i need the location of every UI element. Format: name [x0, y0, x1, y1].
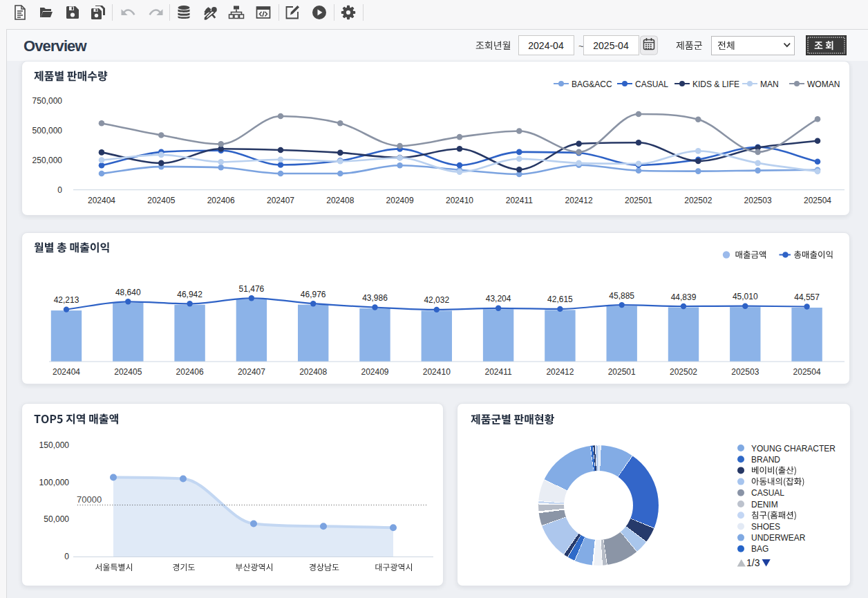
svg-text:202501: 202501	[625, 196, 652, 205]
svg-text:1/3: 1/3	[746, 557, 760, 568]
svg-text:UNDERWEAR: UNDERWEAR	[751, 533, 806, 543]
svg-text:750,000: 750,000	[32, 96, 63, 106]
svg-text:43,204: 43,204	[486, 294, 511, 303]
svg-text:SHOES: SHOES	[751, 522, 780, 532]
svg-text:CASUAL: CASUAL	[751, 488, 784, 498]
svg-text:202404: 202404	[53, 367, 80, 377]
svg-text:BAG&ACC: BAG&ACC	[572, 80, 612, 89]
svg-text:46,942: 46,942	[177, 290, 202, 299]
svg-text:45,010: 45,010	[733, 292, 758, 301]
svg-text:202408: 202408	[299, 367, 327, 377]
svg-text:48,640: 48,640	[115, 288, 141, 297]
svg-text:250,000: 250,000	[32, 156, 63, 165]
svg-text:202411: 202411	[506, 196, 533, 205]
svg-text:100,000: 100,000	[39, 478, 70, 487]
svg-text:BAG: BAG	[751, 544, 768, 554]
svg-text:500,000: 500,000	[32, 126, 63, 136]
svg-text:202407: 202407	[267, 196, 294, 205]
svg-text:150,000: 150,000	[39, 440, 70, 450]
svg-text:202504: 202504	[804, 196, 831, 205]
svg-text:46,976: 46,976	[301, 290, 326, 299]
svg-text:2025-04: 2025-04	[593, 40, 629, 51]
svg-text:202502: 202502	[684, 196, 712, 205]
svg-text:42,615: 42,615	[547, 295, 573, 304]
svg-text:BRAND: BRAND	[751, 455, 780, 465]
svg-text:202409: 202409	[386, 196, 414, 205]
svg-text:202404: 202404	[88, 196, 115, 205]
svg-text:202406: 202406	[207, 196, 235, 205]
svg-text:202412: 202412	[546, 367, 574, 377]
svg-text:44,557: 44,557	[794, 292, 820, 302]
svg-text:70000: 70000	[77, 494, 102, 505]
svg-text:202504: 202504	[793, 367, 821, 377]
svg-text:DENIM: DENIM	[751, 500, 778, 510]
svg-text:202503: 202503	[731, 367, 759, 377]
svg-text:YOUNG CHARACTER: YOUNG CHARACTER	[751, 444, 836, 454]
svg-text:CASUAL: CASUAL	[635, 80, 668, 89]
svg-text:0: 0	[57, 185, 62, 195]
svg-text:202409: 202409	[361, 367, 388, 377]
svg-text:202405: 202405	[147, 196, 175, 205]
svg-text:50,000: 50,000	[44, 514, 69, 524]
svg-text:202407: 202407	[238, 367, 265, 377]
svg-text:MAN: MAN	[760, 80, 779, 89]
svg-text:45,885: 45,885	[609, 291, 634, 301]
svg-text:202410: 202410	[446, 196, 473, 205]
svg-text:42,032: 42,032	[424, 295, 449, 305]
svg-text:43,986: 43,986	[362, 293, 388, 303]
svg-text:202406: 202406	[176, 367, 204, 377]
svg-text:202503: 202503	[744, 196, 772, 205]
svg-text:0: 0	[64, 552, 69, 561]
svg-text:51,476: 51,476	[239, 284, 265, 294]
svg-text:202405: 202405	[114, 367, 142, 377]
svg-text:202411: 202411	[485, 367, 512, 377]
svg-text:WOMAN: WOMAN	[807, 80, 840, 89]
svg-text:44,839: 44,839	[671, 292, 697, 302]
svg-text:~: ~	[578, 41, 584, 51]
svg-text:202412: 202412	[565, 196, 593, 205]
svg-text:202502: 202502	[670, 367, 697, 377]
svg-text:202410: 202410	[423, 367, 451, 377]
svg-text:KIDS & LIFE: KIDS & LIFE	[692, 80, 739, 89]
svg-text:202408: 202408	[326, 196, 354, 205]
svg-text:2024-04: 2024-04	[528, 40, 564, 51]
svg-text:42,213: 42,213	[54, 295, 79, 305]
svg-text:202501: 202501	[608, 367, 636, 377]
